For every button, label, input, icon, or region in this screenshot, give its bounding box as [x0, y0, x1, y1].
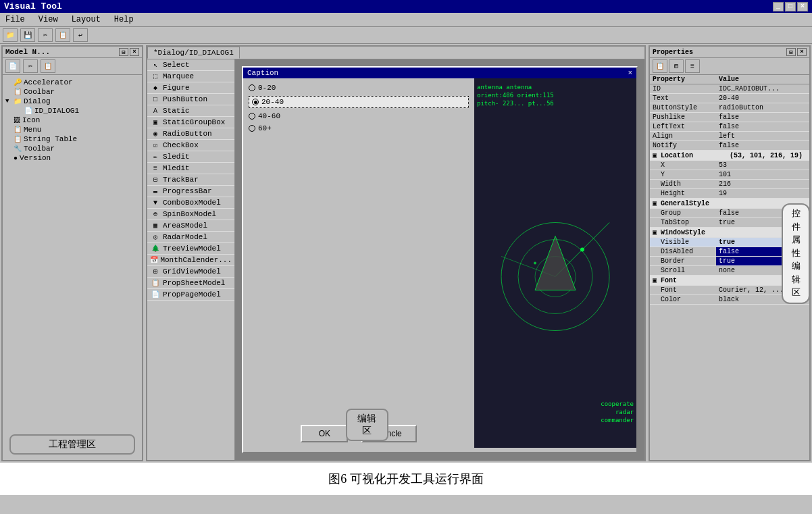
tree-item-version[interactable]: ● Version	[5, 153, 139, 163]
radio-label-0-20: 0-20	[258, 84, 276, 92]
tool-propsheetmodel[interactable]: 📋 PropSheetModel	[147, 278, 234, 289]
radio-label-20-40: 20-40	[261, 98, 284, 106]
prop-row-id[interactable]: ID IDC_RADIOBUT...	[650, 84, 809, 94]
tree-item-accelerator[interactable]: 🔑 Accelerator	[5, 78, 139, 87]
left-panel-label: 工程管理区	[9, 434, 134, 455]
radio-option-40-60[interactable]: 40-60	[249, 112, 469, 120]
tool-static[interactable]: A Static	[147, 105, 234, 117]
prop-btn-2[interactable]: ⊞	[669, 59, 684, 73]
right-panel: Properties ⊟ × 📋 ⊞ ≡ Property Value ID I…	[649, 45, 811, 461]
prop-col-value: Value	[716, 75, 809, 84]
toolbar-btn-4[interactable]: 📋	[55, 28, 70, 42]
prop-section-location: ▣ Location (53, 101, 216, 19)	[650, 151, 809, 161]
main-toolbar: 📁 💾 ✂ 📋 ↩	[0, 27, 812, 44]
middle-content: ↖ Select ⬚ Marquee ◆ Figure □ PushButton…	[147, 59, 644, 460]
prop-row-text[interactable]: Text 20-40	[650, 94, 809, 103]
close-button[interactable]: ×	[797, 2, 808, 11]
prop-panel-close-btn[interactable]: ×	[797, 48, 807, 56]
radar-text-2: orient:486 orient:115	[477, 92, 554, 99]
tool-checkbox[interactable]: ☑ CheckBox	[147, 140, 234, 151]
prop-name-pushlike: Pushlike	[650, 113, 716, 122]
prop-row-notify[interactable]: Notify false	[650, 141, 809, 151]
toolbar-btn-3[interactable]: ✂	[38, 28, 53, 42]
tool-radarmodel[interactable]: ◎ RadarModel	[147, 232, 234, 243]
tool-comboboxmodel[interactable]: ▼ ComboBoxModel	[147, 197, 234, 209]
tree-item-icon[interactable]: 🖼 Icon	[5, 115, 139, 125]
proppagemodel-icon: 📄	[150, 290, 161, 299]
tree-item-dialog[interactable]: ▼ 📁 Dialog	[5, 97, 139, 106]
prop-row-lefttext[interactable]: LeftText false	[650, 122, 809, 132]
tool-monthcalendar[interactable]: 📅 MonthCalender...	[147, 255, 234, 266]
toolbar-btn-1[interactable]: 📁	[3, 28, 18, 42]
radio-option-60plus[interactable]: 60+	[249, 124, 469, 132]
prop-btn-3[interactable]: ≡	[685, 59, 700, 73]
dialog-tab-main[interactable]: *Dialog/ID_DIALOG1	[147, 47, 240, 59]
tool-select[interactable]: ↖ Select	[147, 59, 234, 71]
prop-row-buttonstyle[interactable]: ButtonStyle radioButton	[650, 103, 809, 113]
left-toolbar-btn-2[interactable]: ✂	[23, 59, 38, 73]
panel-restore-btn[interactable]: ⊟	[119, 48, 128, 56]
tool-treeviewmodel[interactable]: 🌲 TreeViewModel	[147, 243, 234, 255]
radio-option-0-20[interactable]: 0-20	[249, 84, 469, 92]
prop-name-lefttext: LeftText	[650, 122, 716, 132]
ok-button[interactable]: OK	[301, 425, 348, 442]
prop-value-y: 101	[716, 170, 809, 180]
radarmodel-icon: ◎	[150, 233, 161, 241]
menu-file[interactable]: File	[3, 14, 28, 25]
tree-item-coolbar[interactable]: 📋 Coolbar	[5, 87, 139, 97]
radar-display: antenna antenna orient:486 orient:115 pi…	[474, 78, 636, 448]
svg-point-7	[534, 262, 536, 265]
editor-area-label: 编辑区	[346, 409, 388, 441]
prop-panel-restore-btn[interactable]: ⊟	[786, 48, 796, 56]
radio-option-20-40[interactable]: 20-40	[249, 96, 469, 108]
tree-item-menu[interactable]: 📋 Menu	[5, 125, 139, 134]
dialog-close-icon[interactable]: ×	[628, 69, 632, 77]
prop-name-id: ID	[650, 84, 716, 94]
toolbar-btn-2[interactable]: 💾	[20, 28, 35, 42]
tool-mledit[interactable]: ≡ Mledit	[147, 163, 234, 174]
tool-progressbar[interactable]: ▬ ProgressBar	[147, 186, 234, 197]
tool-staticgroupbox[interactable]: ▣ StaticGroupBox	[147, 117, 234, 128]
prop-value-buttonstyle: radioButton	[716, 103, 809, 113]
radio-label-40-60: 40-60	[258, 112, 280, 120]
prop-btn-1[interactable]: 📋	[653, 59, 667, 73]
menu-view[interactable]: View	[36, 14, 61, 25]
tool-figure[interactable]: ◆ Figure	[147, 82, 234, 94]
tool-sledit[interactable]: ✏ Sledit	[147, 151, 234, 163]
tool-spinboxmodel[interactable]: ⊕ SpinBoxModel	[147, 209, 234, 220]
tree-item-string-table[interactable]: 📋 String Table	[5, 134, 139, 144]
left-toolbar-btn-3[interactable]: 📋	[41, 59, 55, 73]
panel-close-btn[interactable]: ×	[130, 48, 139, 56]
workspace: Model N... ⊟ × 📄 ✂ 📋 🔑 Accelerator 📋 Coo…	[0, 44, 812, 463]
prop-name-disabled: DisAbled	[650, 247, 716, 257]
maximize-button[interactable]: □	[785, 2, 796, 11]
tool-trackbar[interactable]: ⊟ TrackBar	[147, 174, 234, 186]
prop-name-scroll: Scroll	[650, 266, 716, 276]
tool-pushbutton[interactable]: □ PushButton	[147, 94, 234, 105]
tree-item-id-dialog1[interactable]: 📄 ID_DIALOG1	[5, 106, 139, 115]
menu-layout[interactable]: Layout	[69, 14, 103, 25]
radio-circle-0-20	[249, 84, 255, 91]
toolbar-btn-5[interactable]: ↩	[73, 28, 88, 42]
svg-point-6	[580, 248, 584, 252]
dialog-left-section: 0-20 20-40 40-60	[243, 78, 474, 448]
dialog-tabs: *Dialog/ID_DIALOG1	[147, 47, 644, 59]
sledit-icon: ✏	[150, 153, 161, 161]
prop-row-x[interactable]: X 53	[650, 161, 809, 170]
minimize-button[interactable]: _	[773, 2, 784, 11]
prop-area-label: 控件属性编辑区	[782, 203, 809, 304]
areasmodel-icon: ▦	[150, 222, 161, 230]
prop-row-width[interactable]: Width 216	[650, 180, 809, 189]
left-toolbar-btn-1[interactable]: 📄	[5, 59, 20, 73]
prop-row-align[interactable]: Align left	[650, 132, 809, 141]
tool-radiobutton[interactable]: ◉ RadioButton	[147, 128, 234, 140]
tool-marquee[interactable]: ⬚ Marquee	[147, 71, 234, 82]
tool-gridviewmodel[interactable]: ⊞ GridViewModel	[147, 266, 234, 278]
tree-item-toolbar[interactable]: 🔧 Toolbar	[5, 144, 139, 153]
menu-help[interactable]: Help	[111, 14, 136, 25]
static-icon: A	[150, 107, 161, 115]
prop-row-y[interactable]: Y 101	[650, 170, 809, 180]
tool-areasmodel[interactable]: ▦ AreaSModel	[147, 220, 234, 232]
prop-row-pushlike[interactable]: Pushlike false	[650, 113, 809, 122]
tool-proppagemodel[interactable]: 📄 PropPageModel	[147, 289, 234, 301]
